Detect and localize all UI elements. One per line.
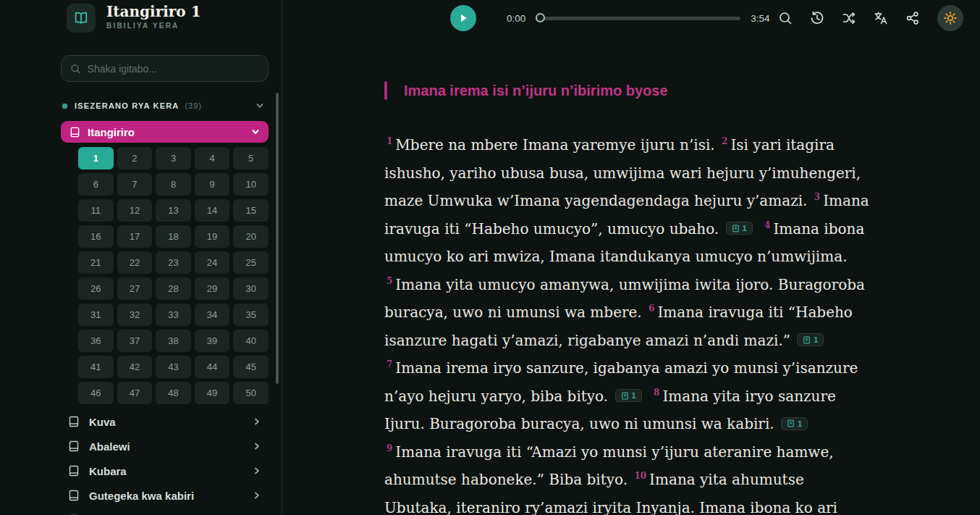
chapter-39[interactable]: 39	[195, 330, 230, 352]
active-book-label: Itangiriro	[88, 126, 135, 138]
search-icon	[70, 63, 81, 75]
sidebar-item-itangiriro[interactable]: Itangiriro	[61, 121, 269, 143]
chapter-47[interactable]: 47	[117, 382, 153, 404]
open-book-icon	[73, 10, 89, 26]
book-icon	[803, 336, 811, 344]
reference-count: 1	[632, 391, 636, 400]
section-bullet	[62, 104, 67, 109]
chapter-1[interactable]: 1	[78, 147, 114, 169]
chevron-right-icon	[253, 442, 261, 451]
chapter-35[interactable]: 35	[233, 303, 269, 326]
sidebar-book-item[interactable]: Kuva	[61, 409, 269, 434]
chapter-19[interactable]: 19	[195, 225, 230, 248]
cross-reference-chip[interactable]: 1	[781, 417, 808, 430]
chapter-2[interactable]: 2	[117, 147, 153, 169]
chapter-7[interactable]: 7	[117, 173, 153, 196]
chapter-49[interactable]: 49	[195, 382, 230, 404]
chapter-46[interactable]: 46	[78, 382, 114, 404]
chapter-22[interactable]: 22	[117, 251, 153, 274]
reading-pane: Imana irema isi n’ijuru n’ibirimo byose …	[282, 0, 980, 515]
chapter-10[interactable]: 10	[233, 173, 269, 196]
verse-number: 6	[649, 303, 654, 314]
chapter-34[interactable]: 34	[195, 303, 230, 326]
app-logo[interactable]	[67, 4, 96, 33]
book-search[interactable]	[61, 55, 269, 82]
chapter-4[interactable]: 4	[195, 147, 230, 169]
chapter-20[interactable]: 20	[233, 225, 269, 248]
chapter-31[interactable]: 31	[78, 303, 114, 326]
cross-reference-chip[interactable]: 1	[797, 333, 824, 346]
sidebar-book-item[interactable]: Gutegeka kwa kabiri	[61, 483, 269, 508]
search-input[interactable]	[88, 63, 259, 75]
book-icon	[732, 225, 740, 233]
chapter-38[interactable]: 38	[156, 330, 191, 352]
verse-number: 4	[764, 220, 770, 230]
reference-count: 1	[798, 419, 802, 428]
book-icon	[787, 419, 795, 427]
chapter-14[interactable]: 14	[195, 199, 230, 222]
book-icon	[68, 416, 80, 427]
chevron-down-icon	[251, 127, 260, 136]
chapter-grid: 1234567891011121314151617181920212223242…	[78, 147, 269, 404]
chevron-right-icon	[253, 466, 261, 475]
chapter-40[interactable]: 40	[233, 330, 269, 352]
reference-count: 1	[814, 335, 818, 344]
chapter-13[interactable]: 13	[156, 199, 191, 222]
chapter-48[interactable]: 48	[156, 382, 191, 404]
chapter-27[interactable]: 27	[117, 277, 153, 300]
book-icon	[69, 127, 80, 138]
chapter-25[interactable]: 25	[233, 251, 269, 274]
chapter-29[interactable]: 29	[195, 277, 230, 300]
chapter-15[interactable]: 15	[233, 199, 269, 222]
chapter-33[interactable]: 33	[156, 303, 191, 326]
heading-accent-bar	[384, 81, 387, 100]
chapter-17[interactable]: 17	[117, 225, 153, 248]
chapter-45[interactable]: 45	[233, 356, 269, 378]
chapter-42[interactable]: 42	[117, 356, 153, 378]
sidebar-book-item[interactable]: Kubara	[61, 459, 269, 483]
chapter-37[interactable]: 37	[117, 330, 153, 352]
chapter-11[interactable]: 11	[78, 199, 114, 222]
chapter-5[interactable]: 5	[233, 147, 269, 169]
sidebar-book-item[interactable]: Abalewi	[61, 434, 269, 459]
verse-number: 5	[386, 276, 392, 286]
chapter-24[interactable]: 24	[195, 251, 230, 274]
chapter-12[interactable]: 12	[117, 199, 153, 222]
chapter-3[interactable]: 3	[156, 147, 191, 169]
chapter-50[interactable]: 50	[233, 382, 269, 404]
book-label: Gutegeka kwa kabiri	[89, 490, 194, 502]
title-block: Itangiriro 1 BIBILIYA YERA	[106, 4, 201, 30]
chapter-8[interactable]: 8	[156, 173, 191, 196]
chevron-right-icon	[253, 417, 261, 426]
sidebar: ISEZERANO RYA KERA (39) Itangiriro 12345…	[61, 55, 269, 515]
verse-number: 10	[634, 471, 646, 481]
chapter-32[interactable]: 32	[117, 303, 153, 326]
chapter-44[interactable]: 44	[195, 356, 230, 378]
book-label: Kubara	[89, 465, 127, 477]
verse-number: 1	[386, 136, 392, 146]
chapter-41[interactable]: 41	[78, 356, 114, 378]
chapter-28[interactable]: 28	[156, 277, 191, 300]
book-list: Kuva Abalewi Kubara Gutegeka kwa kabiri	[61, 409, 269, 515]
chapter-36[interactable]: 36	[78, 330, 114, 352]
chapter-30[interactable]: 30	[233, 277, 269, 300]
sidebar-scrollbar-thumb[interactable]	[276, 93, 279, 384]
book-label: Abalewi	[89, 440, 130, 453]
chapter-26[interactable]: 26	[78, 277, 114, 300]
chapter-6[interactable]: 6	[78, 173, 114, 196]
verse-text: Mbere na mbere Imana yaremye ijuru n’isi…	[395, 136, 719, 154]
chapter-16[interactable]: 16	[78, 225, 114, 248]
chevron-down-icon	[255, 101, 264, 110]
chapter-43[interactable]: 43	[156, 356, 191, 378]
chapter-9[interactable]: 9	[195, 173, 230, 196]
cross-reference-chip[interactable]: 1	[615, 389, 642, 402]
cross-reference-chip[interactable]: 1	[726, 222, 753, 235]
book-icon	[621, 392, 629, 400]
book-label: Kuva	[89, 416, 116, 428]
section-old-testament[interactable]: ISEZERANO RYA KERA (39)	[61, 101, 269, 110]
verse-number: 9	[386, 443, 392, 453]
sidebar-book-item[interactable]: Yosuwa	[61, 508, 269, 515]
chapter-23[interactable]: 23	[156, 251, 191, 274]
chapter-21[interactable]: 21	[78, 251, 114, 274]
chapter-18[interactable]: 18	[156, 225, 191, 248]
